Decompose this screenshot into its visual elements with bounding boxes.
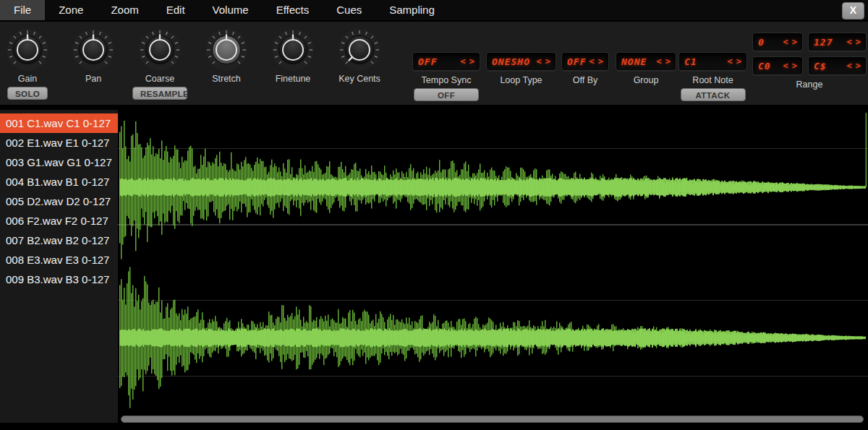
led-display[interactable]: OFF < > bbox=[561, 52, 609, 71]
zone-list-item[interactable]: 001 C1.wav C1 0-127 bbox=[0, 113, 118, 133]
decrement-arrow-icon[interactable]: < bbox=[590, 56, 595, 66]
range-control: 0 < > 127 < > C0 < > C$ < > Range bbox=[752, 33, 867, 90]
zone-list-item[interactable]: 006 F2.wav F2 0-127 bbox=[0, 211, 118, 231]
led-value: 0 bbox=[758, 37, 780, 48]
decrement-arrow-icon[interactable]: < bbox=[847, 61, 852, 71]
increment-arrow-icon[interactable]: > bbox=[665, 56, 671, 66]
zone-list-item[interactable]: 004 B1.wav B1 0-127 bbox=[0, 172, 118, 192]
display-group-group: NONE < > Group bbox=[616, 52, 676, 85]
sampler-window: FileZoneZoomEditVolumeEffectsCuesSamplin… bbox=[0, 0, 868, 430]
waveform-canvas[interactable] bbox=[118, 110, 868, 430]
close-button[interactable]: X bbox=[842, 2, 864, 20]
display-label: Loop Type bbox=[500, 75, 542, 85]
decrement-arrow-icon[interactable]: < bbox=[461, 56, 466, 66]
led-display[interactable]: OFF < > bbox=[412, 52, 480, 71]
range-display-2[interactable]: C0 < > bbox=[752, 56, 803, 75]
waveform-display bbox=[118, 110, 868, 430]
increment-arrow-icon[interactable]: > bbox=[736, 56, 741, 66]
zone-list-item[interactable]: 003 G1.wav G1 0-127 bbox=[0, 152, 118, 172]
decrement-arrow-icon[interactable]: < bbox=[728, 56, 733, 66]
decrement-arrow-icon[interactable]: < bbox=[537, 56, 542, 66]
tempo-sync-off-button[interactable]: OFF bbox=[414, 88, 479, 101]
increment-arrow-icon[interactable]: > bbox=[792, 61, 797, 71]
zone-list-item[interactable]: 005 D2.wav D2 0-127 bbox=[0, 192, 118, 211]
increment-arrow-icon[interactable]: > bbox=[856, 61, 861, 71]
display-label: Tempo Sync bbox=[422, 75, 472, 85]
menu-item-effects[interactable]: Effects bbox=[263, 0, 323, 20]
increment-arrow-icon[interactable]: > bbox=[856, 37, 861, 47]
increment-arrow-icon[interactable]: > bbox=[469, 56, 475, 66]
zone-list-item[interactable]: 002 E1.wav E1 0-127 bbox=[0, 133, 118, 152]
led-value: OFF bbox=[567, 56, 586, 67]
zone-list: 001 C1.wav C1 0-127002 E1.wav E1 0-12700… bbox=[0, 110, 118, 423]
led-value: C1 bbox=[684, 56, 724, 67]
display-group-root-note: C1 < > Root Note ATTACK bbox=[678, 52, 747, 101]
display-label: Off By bbox=[573, 75, 598, 85]
range-display-1[interactable]: 127 < > bbox=[808, 33, 867, 51]
menu-item-zoom[interactable]: Zoom bbox=[97, 0, 152, 20]
menu-item-volume[interactable]: Volume bbox=[199, 0, 263, 20]
led-value: OFF bbox=[418, 56, 457, 67]
led-value: 127 bbox=[814, 37, 843, 48]
led-value: NONE bbox=[621, 56, 653, 67]
root-note-attack-button[interactable]: ATTACK bbox=[681, 88, 746, 101]
decrement-arrow-icon[interactable]: < bbox=[847, 37, 852, 47]
menu-item-zone[interactable]: Zone bbox=[45, 0, 97, 20]
display-group-tempo-sync: OFF < > Tempo Sync OFF bbox=[412, 52, 480, 101]
horizontal-scrollbar[interactable] bbox=[121, 416, 864, 423]
displays-row: OFF < > Tempo Sync OFF ONESHO < > Loop T… bbox=[0, 22, 868, 105]
menu-item-edit[interactable]: Edit bbox=[153, 0, 199, 20]
display-group-off-by: OFF < > Off By bbox=[561, 52, 609, 85]
led-display[interactable]: ONESHO < > bbox=[486, 52, 556, 71]
menu-item-file[interactable]: File bbox=[0, 0, 45, 20]
range-grid: 0 < > 127 < > C0 < > C$ < > bbox=[752, 33, 867, 75]
display-label: Root Note bbox=[692, 75, 733, 85]
increment-arrow-icon[interactable]: > bbox=[545, 56, 550, 66]
increment-arrow-icon[interactable]: > bbox=[598, 56, 603, 66]
zone-list-item[interactable]: 008 E3.wav E3 0-127 bbox=[0, 250, 118, 270]
range-display-0[interactable]: 0 < > bbox=[752, 33, 803, 51]
range-label: Range bbox=[752, 79, 867, 90]
led-display[interactable]: C1 < > bbox=[678, 52, 747, 71]
increment-arrow-icon[interactable]: > bbox=[792, 37, 797, 47]
led-value: C0 bbox=[758, 61, 780, 72]
menu-item-cues[interactable]: Cues bbox=[323, 0, 375, 20]
zone-list-item[interactable]: 007 B2.wav B2 0-127 bbox=[0, 231, 118, 250]
led-value: ONESHO bbox=[492, 56, 533, 67]
decrement-arrow-icon[interactable]: < bbox=[783, 61, 788, 71]
menu-item-sampling[interactable]: Sampling bbox=[375, 0, 448, 20]
decrement-arrow-icon[interactable]: < bbox=[783, 37, 788, 47]
control-panel: Gain SOLO Pan Coarse RESAMPLE Stretch bbox=[0, 22, 868, 105]
zone-list-item[interactable]: 009 B3.wav B3 0-127 bbox=[0, 270, 118, 289]
decrement-arrow-icon[interactable]: < bbox=[657, 56, 662, 66]
menu-bar: FileZoneZoomEditVolumeEffectsCuesSamplin… bbox=[0, 0, 868, 22]
led-value: C$ bbox=[814, 61, 843, 72]
display-group-loop-type: ONESHO < > Loop Type bbox=[486, 52, 556, 85]
range-display-3[interactable]: C$ < > bbox=[808, 56, 867, 75]
led-display[interactable]: NONE < > bbox=[616, 52, 676, 71]
display-label: Group bbox=[634, 75, 659, 85]
